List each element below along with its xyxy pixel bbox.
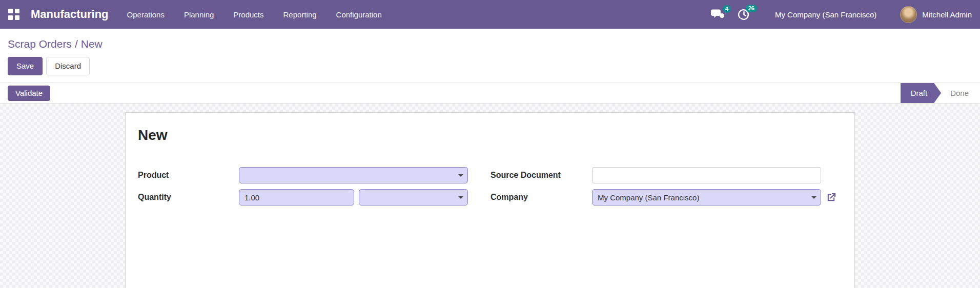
validate-button[interactable]: Validate bbox=[8, 86, 50, 101]
control-panel: Scrap Orders/New Save Discard bbox=[0, 29, 980, 83]
activities-count-badge: 26 bbox=[746, 5, 757, 12]
breadcrumb-current: New bbox=[81, 38, 103, 50]
breadcrumb-scrap-orders[interactable]: Scrap Orders bbox=[8, 38, 72, 50]
form-sheet: New Product Source Document Quantity bbox=[125, 112, 855, 288]
form-background: New Product Source Document Quantity bbox=[0, 104, 980, 288]
nav-item-planning[interactable]: Planning bbox=[174, 0, 223, 29]
nav-item-products[interactable]: Products bbox=[223, 0, 273, 29]
nav-item-configuration[interactable]: Configuration bbox=[326, 0, 392, 29]
company-input[interactable] bbox=[592, 189, 821, 205]
nav-item-reporting[interactable]: Reporting bbox=[274, 0, 326, 29]
chevron-down-icon[interactable] bbox=[811, 196, 816, 199]
chevron-down-icon[interactable] bbox=[458, 196, 463, 199]
form-statusbar: Validate Draft Done bbox=[0, 83, 980, 104]
top-navbar: Manufacturing Operations Planning Produc… bbox=[0, 0, 980, 29]
product-field bbox=[239, 167, 468, 183]
messages-count-badge: 4 bbox=[723, 5, 731, 13]
source-document-field bbox=[592, 167, 821, 183]
apps-menu-icon-square bbox=[15, 15, 19, 20]
company-field bbox=[592, 189, 842, 205]
quantity-input[interactable] bbox=[239, 189, 354, 205]
source-document-input[interactable] bbox=[592, 167, 821, 183]
form-action-buttons: Save Discard bbox=[8, 57, 972, 75]
apps-menu-icon-square bbox=[8, 15, 13, 20]
form-fields: Product Source Document Quantity bbox=[138, 167, 842, 205]
product-label: Product bbox=[138, 171, 239, 180]
company-label: Company bbox=[491, 193, 592, 202]
messages-icon bbox=[711, 9, 724, 20]
app-title[interactable]: Manufacturing bbox=[31, 8, 109, 21]
quantity-field bbox=[239, 189, 468, 205]
status-step-done[interactable]: Done bbox=[941, 83, 977, 103]
product-input[interactable] bbox=[239, 167, 468, 183]
apps-menu-icon-square bbox=[8, 9, 13, 13]
discard-button[interactable]: Discard bbox=[46, 57, 90, 75]
company-value-box bbox=[592, 189, 821, 205]
main-menu: Operations Planning Products Reporting C… bbox=[117, 0, 392, 29]
apps-menu-icon-square bbox=[15, 9, 19, 13]
external-link-icon[interactable] bbox=[825, 192, 837, 203]
save-button[interactable]: Save bbox=[8, 57, 43, 75]
user-avatar[interactable] bbox=[900, 6, 917, 23]
user-menu[interactable]: Mitchell Admin bbox=[922, 10, 972, 19]
nav-item-operations[interactable]: Operations bbox=[117, 0, 174, 29]
record-title: New bbox=[138, 127, 842, 143]
uom-field bbox=[359, 189, 468, 205]
quantity-label: Quantity bbox=[138, 193, 239, 202]
uom-input[interactable] bbox=[359, 189, 468, 205]
activities-button[interactable]: 26 bbox=[738, 8, 750, 21]
navbar-systray: 4 26 My Company (San Francisco) Mitchell… bbox=[711, 6, 972, 23]
breadcrumb: Scrap Orders/New bbox=[8, 38, 972, 50]
apps-menu-icon[interactable] bbox=[8, 9, 20, 20]
status-step-draft[interactable]: Draft bbox=[901, 83, 942, 103]
status-steps: Draft Done bbox=[901, 83, 977, 103]
messages-button[interactable]: 4 bbox=[711, 9, 724, 20]
breadcrumb-separator: / bbox=[75, 38, 78, 50]
chevron-down-icon[interactable] bbox=[458, 174, 463, 177]
source-document-label: Source Document bbox=[491, 171, 592, 180]
company-switcher[interactable]: My Company (San Francisco) bbox=[775, 10, 876, 19]
quantity-value-box bbox=[239, 189, 354, 205]
